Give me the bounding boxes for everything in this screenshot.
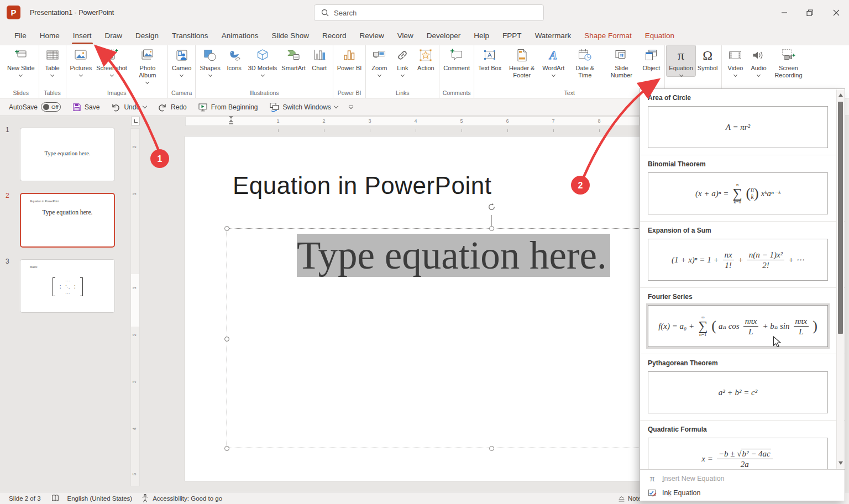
tab-watermark[interactable]: Watermark [528,25,578,45]
photo-album-button[interactable]: Photo Album [129,45,166,83]
audio-button[interactable]: Audio [747,45,770,76]
undo-label: Undo [124,103,140,111]
section-title: Area of Circle [648,94,828,102]
restore-button[interactable] [797,0,823,25]
tab-review[interactable]: Review [353,25,391,45]
date-time-button[interactable]: Date & Time [567,45,603,79]
group-label-power-bi: Power BI [335,88,364,98]
tab-animations[interactable]: Animations [215,25,265,45]
3d-models-button[interactable]: 3D Models [246,45,280,76]
tab-transitions[interactable]: Transitions [165,25,215,45]
new-slide-label: New Slide [7,65,35,72]
redo-icon [158,102,167,112]
screenshot-button[interactable]: Screenshot [94,45,129,76]
minimize-button[interactable] [771,0,797,25]
equation-area-of-circle[interactable]: A = πr² [648,106,828,148]
tab-design[interactable]: Design [129,25,165,45]
tab-slide-show[interactable]: Slide Show [265,25,316,45]
autosave-switch[interactable]: Off [41,102,61,112]
shapes-button[interactable]: Shapes [197,45,222,76]
tab-file[interactable]: File [8,25,33,45]
action-button[interactable]: Action [414,45,437,72]
from-beginning-button[interactable]: From Beginning [198,102,258,112]
switch-windows-button[interactable]: Switch Windows [269,102,338,112]
language-selector[interactable]: English (United States) [67,495,133,502]
smartart-icon [286,48,301,62]
rotate-handle[interactable] [488,203,496,211]
scrollbar-thumb[interactable] [838,102,843,334]
tab-equation[interactable]: Equation [638,25,681,45]
customize-qat-button[interactable] [349,106,353,108]
scroll-up-icon[interactable] [838,93,843,97]
power-bi-button[interactable]: Power BI [335,45,364,72]
close-button[interactable] [823,0,849,25]
table-button[interactable]: Table [41,45,64,76]
gallery-scrollbar[interactable] [836,90,844,469]
zoom-button[interactable]: Zoom [368,45,391,76]
insert-new-equation-item[interactable]: π Insert New Equation [640,471,845,486]
photo-album-label: Photo Album [132,65,164,79]
new-slide-button[interactable]: New Slide [5,45,37,76]
indent-marker[interactable] [229,116,233,124]
section-title: Pythagorean Theorem [648,359,828,367]
header-footer-button[interactable]: Header & Footer [504,45,540,79]
ribbon-tabs: File Home Insert Draw Design Transitions… [8,25,681,45]
resize-handle-bottom-center[interactable] [489,446,494,451]
tab-record[interactable]: Record [316,25,353,45]
scroll-down-icon[interactable] [838,461,843,465]
cameo-button[interactable]: Cameo [170,45,193,76]
slide-3-thumbnail[interactable]: Matrix ⋯ ⋮⋱⋮ ⋯ [20,259,115,313]
tab-fppt[interactable]: FPPT [496,25,528,45]
pictures-button[interactable]: Pictures [68,45,95,76]
screen-recording-button[interactable]: Screen Recording [770,45,806,79]
spell-check-button[interactable] [51,494,60,503]
tab-insert[interactable]: Insert [66,25,98,45]
table-label: Table [45,65,59,72]
save-button[interactable]: Save [72,102,99,112]
ink-equation-item[interactable]: Ink Equation [640,486,845,500]
object-button[interactable]: Object [640,45,663,72]
symbol-omega-icon: Ω [700,48,715,62]
wordart-button[interactable]: A WordArt [540,45,567,76]
slide-2-thumbnail[interactable]: Equation in PowerPoint Type equation her… [20,193,115,248]
equation-binomial-theorem[interactable]: (x + a)ⁿ = n∑k=0 (nk) xᵏaⁿ⁻ᵏ [648,172,828,214]
accessibility-checker[interactable]: Accessibility: Good to go [141,494,222,503]
chart-button[interactable]: Chart [308,45,331,72]
undo-button[interactable]: Undo [111,102,146,112]
resize-handle-middle-left[interactable] [224,337,229,342]
slide-title-text[interactable]: Equation in PowerPoint [233,172,491,200]
tab-shape-format[interactable]: Shape Format [578,25,638,45]
video-button[interactable]: Video [724,45,747,76]
resize-handle-bottom-left[interactable] [224,446,229,451]
tab-developer[interactable]: Developer [420,25,468,45]
tab-draw[interactable]: Draw [98,25,129,45]
icons-button[interactable]: Icons [223,45,246,72]
resize-handle-top-left[interactable] [224,226,229,231]
equation-expansion-of-a-sum[interactable]: (1 + x)ⁿ = 1 + nx1! + n(n − 1)x²2! + ⋯ [648,239,828,281]
text-box-button[interactable]: Text Box [476,45,504,72]
tab-home[interactable]: Home [33,25,66,45]
equation-pythagorean-theorem[interactable]: a² + b² = c² [648,371,828,413]
slide-number-button[interactable]: Slide Number [603,45,640,79]
icons-icon [227,48,242,62]
equation-button[interactable]: π Equation [667,45,695,76]
tab-view[interactable]: View [391,25,420,45]
tab-help[interactable]: Help [467,25,496,45]
equation-fourier-series[interactable]: f(x) = a₀ + ∞∑n=1 ( aₙ cos nπxL + bₙ sin… [648,305,828,347]
object-label: Object [642,65,660,72]
first-line-indent-icon [229,116,233,119]
equation-quadratic-formula[interactable]: x = −b ± √b² − 4ac2a [648,438,828,469]
search-input[interactable]: Search [314,4,544,21]
comment-button[interactable]: Comment [441,45,472,72]
autosave-toggle[interactable]: AutoSave Off [9,102,61,112]
link-button[interactable]: Link [391,45,414,76]
symbol-button[interactable]: Ω Symbol [695,45,720,72]
new-slide-icon [14,48,28,62]
resize-handle-top-center[interactable] [489,226,494,231]
tab-selector[interactable] [131,117,140,125]
selected-equation-text[interactable]: Type equation here. [297,234,610,277]
slide-1-thumbnail[interactable]: Type equation here. [20,128,115,181]
smartart-button[interactable]: SmartArt [279,45,307,72]
action-icon [418,48,433,62]
redo-button[interactable]: Redo [158,102,187,112]
